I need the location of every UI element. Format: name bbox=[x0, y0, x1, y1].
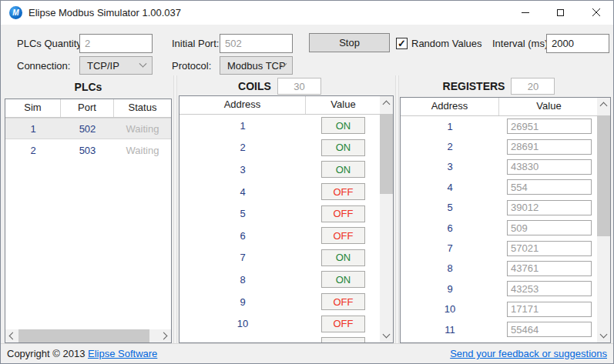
register-row: 9 bbox=[401, 279, 610, 299]
coil-row: 9 OFF bbox=[180, 291, 393, 313]
coil-toggle-button[interactable]: ON bbox=[321, 139, 365, 156]
plc-row[interactable]: 1 502 Waiting bbox=[5, 118, 171, 139]
registers-col-value[interactable]: Value bbox=[499, 98, 599, 115]
random-values-checkbox[interactable]: ✓ bbox=[396, 38, 408, 49]
plcs-coils-splitter[interactable] bbox=[173, 75, 177, 343]
protocol-value: Modbus TCP bbox=[227, 60, 286, 72]
chevron-down-icon bbox=[139, 60, 147, 68]
close-button[interactable] bbox=[579, 1, 613, 24]
coil-address: 6 bbox=[180, 230, 306, 242]
register-row: 8 bbox=[401, 259, 610, 279]
plc-port: 502 bbox=[61, 123, 114, 135]
register-value-input[interactable] bbox=[507, 261, 592, 276]
plcs-section-title: PLCs bbox=[5, 81, 172, 93]
plc-row[interactable]: 2 503 Waiting bbox=[5, 139, 171, 161]
register-value-input[interactable] bbox=[507, 220, 592, 235]
status-bar: Copyright © 2013 Elipse Software Send yo… bbox=[1, 343, 613, 363]
close-icon bbox=[592, 8, 601, 17]
coil-row: 2 ON bbox=[180, 137, 393, 159]
scroll-down-icon bbox=[600, 331, 608, 339]
coil-toggle-button[interactable]: ON bbox=[321, 161, 365, 178]
connection-value: TCP/IP bbox=[87, 60, 119, 72]
coils-section-header: COILS bbox=[179, 78, 381, 95]
plcs-col-port[interactable]: Port bbox=[61, 99, 114, 117]
plcs-horizontal-scrollbar[interactable] bbox=[5, 329, 171, 342]
coil-toggle-button[interactable]: OFF bbox=[321, 227, 365, 244]
coil-address: 7 bbox=[180, 252, 306, 263]
stop-button[interactable]: Stop bbox=[309, 33, 390, 52]
interval-label: Interval (ms): bbox=[492, 38, 551, 49]
coil-toggle-button[interactable]: OFF bbox=[321, 205, 365, 222]
coil-toggle-button[interactable]: ON bbox=[321, 271, 365, 288]
coil-address: 8 bbox=[180, 274, 306, 286]
register-value-input[interactable] bbox=[507, 241, 592, 256]
elipse-software-link[interactable]: Elipse Software bbox=[88, 348, 157, 359]
scroll-down-icon bbox=[383, 331, 391, 339]
coils-rows: 1 ON 2 ON 3 ON 4 OFF 5 OFF 6 OFF 7 ON 8 … bbox=[180, 115, 393, 335]
interval-input[interactable] bbox=[546, 34, 609, 53]
coil-toggle-button[interactable]: OFF bbox=[321, 316, 365, 332]
coil-address: 10 bbox=[180, 318, 306, 329]
register-row: 7 bbox=[401, 238, 610, 258]
coil-toggle-button[interactable]: ON bbox=[321, 249, 365, 266]
register-row: 3 bbox=[401, 157, 610, 177]
initial-port-label: Initial Port: bbox=[172, 38, 219, 49]
register-row: 11 bbox=[401, 319, 610, 339]
registers-col-address[interactable]: Address bbox=[401, 98, 499, 115]
plc-status: Waiting bbox=[114, 123, 171, 135]
connection-label: Connection: bbox=[17, 60, 70, 72]
register-value-input[interactable] bbox=[507, 179, 592, 195]
plcs-col-sim[interactable]: Sim bbox=[5, 99, 61, 117]
copyright-label: Copyright © 2013 bbox=[7, 348, 88, 359]
coils-registers-splitter[interactable] bbox=[395, 75, 399, 343]
register-value-input[interactable] bbox=[507, 281, 592, 296]
register-address: 2 bbox=[401, 141, 499, 152]
coils-table-header: Address Value bbox=[180, 96, 393, 115]
register-value-input[interactable] bbox=[507, 302, 592, 317]
coils-table: Address Value 1 ON 2 ON 3 ON 4 OFF 5 OFF… bbox=[179, 95, 394, 343]
plcs-table-header: Sim Port Status bbox=[5, 99, 171, 118]
registers-vertical-scrollbar[interactable] bbox=[597, 98, 610, 342]
coil-address: 4 bbox=[180, 186, 306, 198]
scrollbar-thumb[interactable] bbox=[18, 329, 149, 342]
coil-toggle-button[interactable]: ON bbox=[321, 117, 365, 134]
coil-toggle-button[interactable] bbox=[321, 337, 365, 343]
coil-row: 7 ON bbox=[180, 247, 393, 269]
registers-count-input[interactable] bbox=[511, 78, 555, 95]
feedback-link[interactable]: Send your feedback or suggestions bbox=[450, 348, 607, 359]
plcs-quantity-input[interactable] bbox=[79, 34, 153, 53]
window-title: Elipse Modbus Simulator 1.00.037 bbox=[29, 7, 181, 18]
register-address: 4 bbox=[401, 182, 499, 193]
maximize-button[interactable] bbox=[543, 1, 578, 24]
coil-toggle-button[interactable]: OFF bbox=[321, 293, 365, 310]
coils-vertical-scrollbar[interactable] bbox=[380, 96, 393, 342]
initial-port-input[interactable] bbox=[220, 34, 293, 53]
registers-section-header: REGISTERS bbox=[400, 78, 598, 95]
connection-dropdown[interactable]: TCP/IP bbox=[79, 56, 153, 75]
register-value-input[interactable] bbox=[507, 119, 592, 134]
register-row: 10 bbox=[401, 299, 610, 319]
register-value-input[interactable] bbox=[507, 159, 592, 175]
scrollbar-thumb[interactable] bbox=[597, 115, 610, 236]
coils-col-address[interactable]: Address bbox=[180, 96, 306, 114]
coils-section-title: COILS bbox=[238, 80, 271, 92]
register-value-input[interactable] bbox=[507, 139, 592, 155]
scroll-left-icon bbox=[9, 332, 17, 340]
coil-toggle-button[interactable]: OFF bbox=[321, 183, 365, 200]
protocol-dropdown[interactable]: Modbus TCP bbox=[220, 56, 293, 75]
coil-address: 9 bbox=[180, 296, 306, 308]
register-value-input[interactable] bbox=[507, 200, 592, 215]
coil-row: 6 OFF bbox=[180, 225, 393, 247]
register-row: 5 bbox=[401, 198, 610, 218]
register-value-input[interactable] bbox=[507, 322, 592, 337]
scrollbar-thumb[interactable] bbox=[380, 114, 393, 194]
register-address: 5 bbox=[401, 202, 499, 213]
coils-col-value[interactable]: Value bbox=[306, 96, 381, 114]
plcs-col-status[interactable]: Status bbox=[114, 99, 171, 117]
coils-count-input[interactable] bbox=[277, 78, 321, 95]
coil-address: 3 bbox=[180, 164, 306, 175]
register-address: 3 bbox=[401, 161, 499, 172]
minimize-button[interactable] bbox=[508, 1, 542, 24]
scroll-up-icon bbox=[600, 102, 608, 110]
register-address: 1 bbox=[401, 121, 499, 132]
